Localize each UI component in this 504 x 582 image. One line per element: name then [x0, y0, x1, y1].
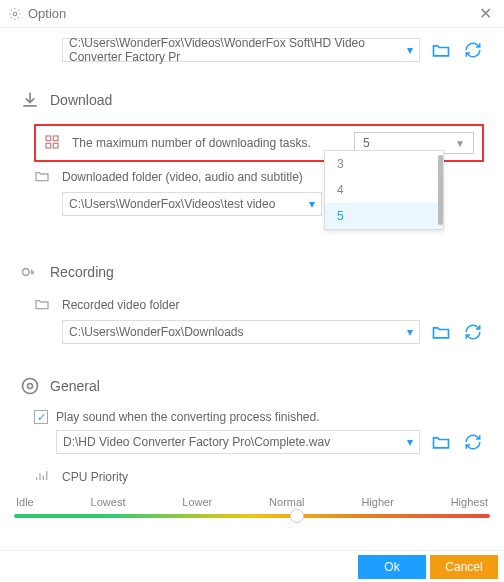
- svg-point-7: [23, 379, 38, 394]
- gear-icon: [8, 7, 22, 21]
- gear-icon: [20, 376, 40, 396]
- play-sound-checkbox[interactable]: ✓: [34, 410, 48, 424]
- general-heading: General: [50, 378, 100, 394]
- general-section: General ✓ Play sound when the converting…: [20, 376, 484, 518]
- download-folder-value: C:\Users\WonderFox\Videos\test video: [69, 197, 275, 211]
- download-icon: [20, 90, 40, 110]
- browse-folder-button[interactable]: [430, 39, 452, 61]
- cancel-button[interactable]: Cancel: [430, 555, 498, 579]
- download-heading: Download: [50, 92, 112, 108]
- cpu-priority-field: CPU Priority: [34, 468, 484, 486]
- refresh-button[interactable]: [462, 431, 484, 453]
- grid-icon: [44, 134, 62, 152]
- browse-folder-button[interactable]: [430, 431, 452, 453]
- browse-folder-button[interactable]: [430, 321, 452, 343]
- rec-icon: [20, 262, 40, 282]
- recorded-folder-select[interactable]: C:\Users\WonderFox\Downloads ▾: [62, 320, 420, 344]
- recorded-folder-value: C:\Users\WonderFox\Downloads: [69, 325, 244, 339]
- max-tasks-label: The maximum number of downloading tasks.: [72, 136, 311, 150]
- caret-down-icon: ▾: [407, 325, 413, 339]
- svg-rect-3: [46, 143, 51, 148]
- bars-icon: [34, 468, 52, 486]
- footer: Ok Cancel: [0, 550, 504, 582]
- slider-thumb[interactable]: [290, 509, 304, 523]
- content: C:\Users\WonderFox\Videos\WonderFox Soft…: [0, 28, 504, 518]
- download-heading-row: Download: [20, 90, 484, 110]
- folder-icon: [34, 296, 52, 314]
- refresh-button[interactable]: [462, 321, 484, 343]
- refresh-button[interactable]: [462, 39, 484, 61]
- max-tasks-dropdown: 3 4 5: [324, 150, 444, 230]
- ok-button[interactable]: Ok: [358, 555, 426, 579]
- folder-icon: [34, 168, 52, 186]
- dropdown-option[interactable]: 5: [325, 203, 443, 229]
- max-tasks-value: 5: [363, 136, 370, 150]
- sound-file-value: D:\HD Video Converter Factory Pro\Comple…: [63, 435, 330, 449]
- play-sound-field: ✓ Play sound when the converting process…: [34, 410, 484, 454]
- recording-section: Recording Recorded video folder C:\Users…: [20, 262, 484, 344]
- svg-rect-2: [53, 136, 58, 141]
- dropdown-option[interactable]: 3: [325, 151, 443, 177]
- close-icon[interactable]: ✕: [475, 4, 496, 23]
- slider-label: Idle: [16, 496, 34, 508]
- general-heading-row: General: [20, 376, 484, 396]
- dropdown-option[interactable]: 4: [325, 177, 443, 203]
- slider-label: Normal: [269, 496, 304, 508]
- scrollbar[interactable]: [438, 155, 443, 225]
- download-folder-select[interactable]: C:\Users\WonderFox\Videos\test video ▾: [62, 192, 322, 216]
- slider-labels: Idle Lowest Lower Normal Higher Highest: [14, 496, 490, 508]
- cpu-priority-slider[interactable]: [14, 514, 490, 518]
- recording-heading-row: Recording: [20, 262, 484, 282]
- recording-heading: Recording: [50, 264, 114, 280]
- cpu-priority-slider-wrap: Idle Lowest Lower Normal Higher Highest: [14, 496, 490, 518]
- slider-label: Lowest: [91, 496, 126, 508]
- output-path-value: C:\Users\WonderFox\Videos\WonderFox Soft…: [69, 36, 407, 64]
- svg-point-5: [23, 269, 30, 276]
- recorded-folder-label: Recorded video folder: [62, 298, 179, 312]
- cpu-priority-label: CPU Priority: [62, 470, 128, 484]
- slider-label: Highest: [451, 496, 488, 508]
- titlebar: Option ✕: [0, 0, 504, 28]
- caret-down-icon: ▾: [407, 435, 413, 449]
- output-path-select[interactable]: C:\Users\WonderFox\Videos\WonderFox Soft…: [62, 38, 420, 62]
- caret-down-icon: ▾: [309, 197, 315, 211]
- sound-file-select[interactable]: D:\HD Video Converter Factory Pro\Comple…: [56, 430, 420, 454]
- svg-point-6: [28, 384, 33, 389]
- svg-point-0: [13, 12, 17, 16]
- caret-down-icon: ▼: [455, 138, 465, 149]
- download-folder-label: Downloaded folder (video, audio and subt…: [62, 170, 303, 184]
- play-sound-label: Play sound when the converting process f…: [56, 410, 320, 424]
- slider-label: Higher: [361, 496, 393, 508]
- slider-label: Lower: [182, 496, 212, 508]
- caret-down-icon: ▾: [407, 43, 413, 57]
- output-path-row: C:\Users\WonderFox\Videos\WonderFox Soft…: [62, 38, 484, 62]
- window-title: Option: [28, 6, 475, 21]
- svg-rect-1: [46, 136, 51, 141]
- recorded-folder-field: Recorded video folder C:\Users\WonderFox…: [34, 296, 484, 344]
- svg-rect-4: [53, 143, 58, 148]
